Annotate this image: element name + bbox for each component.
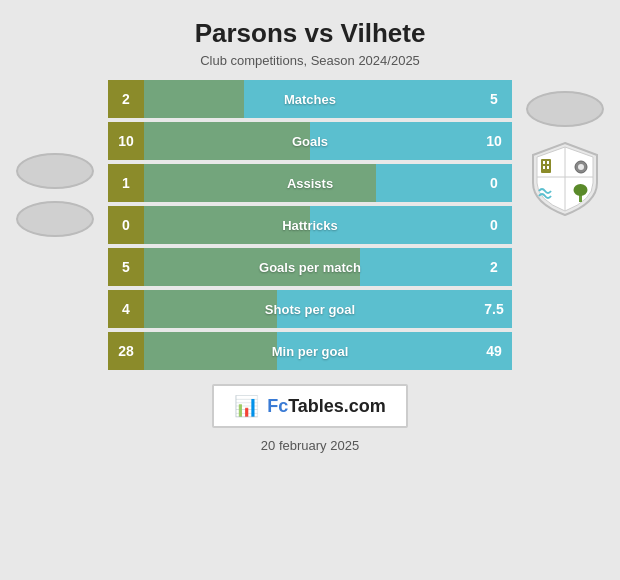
stat-row: 10 Goals 10 [108,122,512,160]
stat-bar-fill [144,80,244,118]
stat-right-value: 0 [476,206,512,244]
footer-date: 20 february 2025 [261,438,359,453]
stat-label: Goals [292,134,328,149]
stat-row: 1 Assists 0 [108,164,512,202]
subtitle: Club competitions, Season 2024/2025 [195,53,426,68]
svg-rect-5 [543,166,545,169]
page-title: Parsons vs Vilhete [195,18,426,49]
stat-label: Goals per match [259,260,361,275]
svg-rect-4 [547,161,549,164]
fctables-icon: 📊 [234,394,259,418]
fctables-label: FcTables.com [267,396,386,417]
stat-bar-fill [144,164,376,202]
stat-bar: Goals per match [144,248,476,286]
stat-left-value: 28 [108,332,144,370]
left-team-badge-1 [16,153,94,189]
stat-row: 4 Shots per goal 7.5 [108,290,512,328]
stat-bar: Assists [144,164,476,202]
stat-left-value: 0 [108,206,144,244]
stat-left-value: 5 [108,248,144,286]
stat-row: 28 Min per goal 49 [108,332,512,370]
stat-bar: Shots per goal [144,290,476,328]
stat-right-value: 5 [476,80,512,118]
main-content: 2 Matches 5 10 Goals 10 1 Assists 0 0 [0,80,620,370]
stat-bar: Matches [144,80,476,118]
stat-left-value: 4 [108,290,144,328]
right-team-shield [529,139,601,219]
svg-rect-2 [541,159,551,173]
stat-left-value: 1 [108,164,144,202]
right-team-badges [520,91,610,219]
stat-bar: Goals [144,122,476,160]
stat-bar-fill [144,122,310,160]
header: Parsons vs Vilhete Club competitions, Se… [185,0,436,76]
stat-row: 0 Hattricks 0 [108,206,512,244]
stats-container: 2 Matches 5 10 Goals 10 1 Assists 0 0 [108,80,512,370]
fctables-banner: 📊 FcTables.com [212,384,408,428]
stat-bar-fill [144,332,277,370]
svg-point-10 [574,184,588,196]
stat-right-value: 49 [476,332,512,370]
stat-bar-fill [144,290,277,328]
svg-point-8 [578,164,584,170]
stat-left-value: 2 [108,80,144,118]
right-team-badge-1 [526,91,604,127]
stat-label: Assists [287,176,333,191]
stat-right-value: 7.5 [476,290,512,328]
stat-row: 5 Goals per match 2 [108,248,512,286]
stat-bar: Hattricks [144,206,476,244]
svg-rect-3 [543,161,545,164]
stat-right-value: 10 [476,122,512,160]
stat-label: Hattricks [282,218,338,233]
stat-right-value: 2 [476,248,512,286]
stat-label: Shots per goal [265,302,355,317]
stat-label: Min per goal [272,344,349,359]
stat-right-value: 0 [476,164,512,202]
svg-rect-6 [547,166,549,169]
left-team-badge-2 [16,201,94,237]
stat-bar: Min per goal [144,332,476,370]
stat-label: Matches [284,92,336,107]
stat-row: 2 Matches 5 [108,80,512,118]
left-team-badges [10,153,100,237]
stat-left-value: 10 [108,122,144,160]
